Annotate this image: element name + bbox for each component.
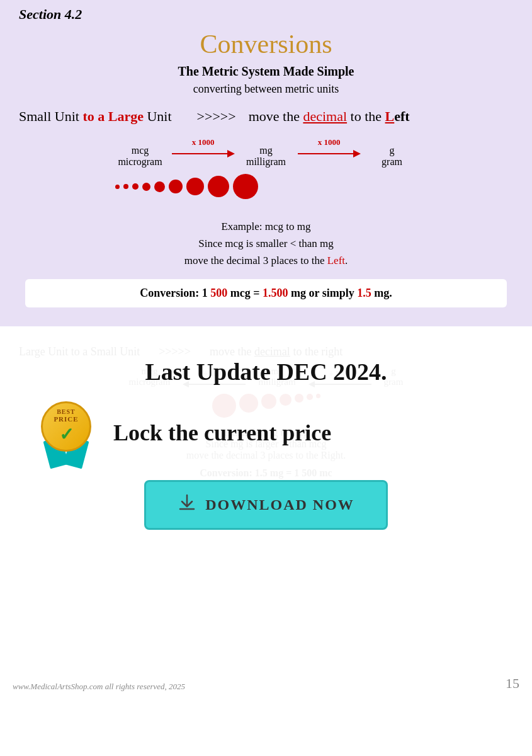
- section-label: Section 4.2: [19, 6, 513, 23]
- page-title: Conversions: [19, 29, 513, 59]
- conversion-result: Conversion: 1 500 mcg = 1.500 mg or simp…: [25, 279, 507, 307]
- decimal-keyword: decimal: [303, 108, 347, 124]
- last-update: Last Update DEC 2024.: [19, 358, 513, 386]
- example-line3: move the decimal 3 places to the Left.: [19, 252, 513, 269]
- lock-price-text: Lock the current price: [113, 420, 331, 446]
- unit-mg: mg milligram: [241, 145, 291, 168]
- arrow1-label: x 1000: [192, 137, 215, 147]
- dot-8: [208, 176, 229, 197]
- download-icon: [178, 493, 196, 517]
- footer: www.MedicalArtsShop.com all rights reser…: [0, 669, 532, 698]
- dot-3: [132, 183, 139, 190]
- direction-keyword: Left: [327, 255, 345, 266]
- dot-6: [169, 180, 183, 193]
- dot-9: [233, 174, 258, 199]
- bottom-section: Large Unit to a Small Unit >>>>> move th…: [0, 326, 532, 704]
- example-line1: Example: mcg to mg: [19, 218, 513, 235]
- faded-arrows: >>>>>: [159, 345, 191, 358]
- diagram-area: mcg microgram x 1000 mg milligram x 1000: [19, 137, 513, 205]
- promo-row: BEST PRICE ✓ Lock the current price: [31, 398, 513, 467]
- badge-best: BEST: [57, 408, 76, 415]
- download-label: DOWNLOAD NOW: [205, 496, 354, 513]
- download-svg: [178, 493, 196, 512]
- conv-500: 500: [210, 287, 227, 299]
- overlay-content: Last Update DEC 2024. BEST PRICE ✓ Lock …: [19, 358, 513, 530]
- unit-mcg: mcg microgram: [115, 145, 166, 168]
- direction-L: L: [385, 108, 395, 124]
- download-button[interactable]: DOWNLOAD NOW: [144, 480, 388, 530]
- unit-rule-row: Small Unit to a Large Unit >>>>> move th…: [19, 108, 513, 125]
- best-price-badge: BEST PRICE ✓: [31, 398, 101, 467]
- dot-5: [154, 181, 165, 192]
- badge-price: PRICE: [54, 415, 78, 423]
- dots-row: [115, 174, 424, 199]
- dot-2: [123, 184, 128, 189]
- unit-rule-left: Small Unit to a Large Unit: [19, 108, 172, 125]
- conversion-text: Conversion: 1 500 mcg = 1.500 mg or simp…: [140, 287, 392, 299]
- unit-rule-red: to a Large: [82, 108, 144, 124]
- top-section: Section 4.2 Conversions The Metric Syste…: [0, 0, 532, 326]
- unit-rule-right: move the decimal to the Left: [249, 108, 410, 125]
- conv-1-5: 1.5: [357, 287, 371, 299]
- example-line2: Since mcg is smaller < than mg: [19, 235, 513, 252]
- faded-large-unit: Large Unit to a Small Unit: [19, 345, 140, 358]
- arrows: >>>>>: [197, 108, 236, 125]
- unit-g: g gram: [367, 145, 417, 168]
- arrow2-label: x 1000: [318, 137, 341, 147]
- subtitle-bold: The Metric System Made Simple: [19, 64, 513, 79]
- direction-bold: Left: [385, 108, 410, 124]
- page-number: 15: [506, 675, 519, 692]
- footer-website: www.MedicalArtsShop.com all rights reser…: [13, 682, 185, 692]
- faded-move-text: move the decimal to the right: [210, 345, 342, 358]
- subtitle-light: converting between metric units: [19, 83, 513, 96]
- download-section[interactable]: DOWNLOAD NOW: [19, 480, 513, 530]
- diagram-inner: mcg microgram x 1000 mg milligram x 1000: [109, 137, 424, 205]
- conv-1500: 1.500: [263, 287, 288, 299]
- checkmark-icon: ✓: [59, 424, 74, 445]
- dot-4: [142, 183, 150, 191]
- badge-circle: BEST PRICE ✓: [41, 401, 91, 452]
- dot-1: [115, 185, 120, 189]
- example-block: Example: mcg to mg Since mcg is smaller …: [19, 218, 513, 270]
- dot-7: [186, 178, 204, 195]
